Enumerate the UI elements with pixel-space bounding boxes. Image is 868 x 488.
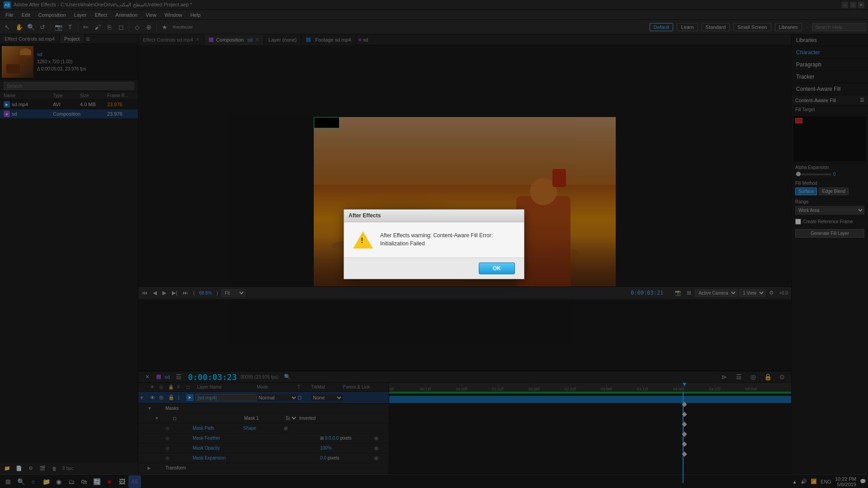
dialog-titlebar: After Effects [344,210,524,222]
warning-icon [353,231,373,249]
dialog-title: After Effects [349,212,381,219]
dialog-ok-button[interactable]: OK [479,263,515,274]
dialog-message: After Effects warning: Content-Aware Fil… [380,231,515,248]
dialog-overlay: After Effects After Effects warning: Con… [0,0,868,488]
dialog-footer: OK [344,258,524,279]
dialog: After Effects After Effects warning: Con… [344,209,524,279]
dialog-body: After Effects warning: Content-Aware Fil… [344,222,524,258]
